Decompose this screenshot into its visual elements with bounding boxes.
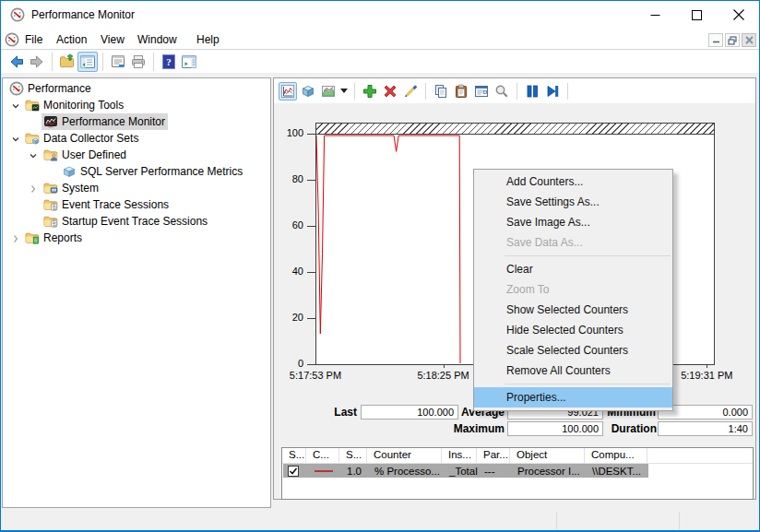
- x-axis-tick: [444, 365, 445, 368]
- view-log-data-button[interactable]: [299, 82, 317, 100]
- folder-reports-icon: [25, 231, 40, 245]
- tree-item-startup-event-trace-sessions[interactable]: 1001Startup Event Trace Sessions: [3, 213, 270, 230]
- context-menu-item-remove-all-counters[interactable]: Remove All Counters: [474, 361, 672, 381]
- legend-column-header[interactable]: C...: [306, 448, 339, 464]
- console-tree: PerformanceMonitoring ToolsPerformance M…: [2, 77, 271, 508]
- tree-item-body[interactable]: 1001Startup Event Trace Sessions: [42, 213, 210, 230]
- legend-column-header[interactable]: Object: [510, 448, 585, 464]
- print-button[interactable]: [128, 52, 148, 72]
- help-button[interactable]: ?: [159, 52, 179, 72]
- action-pane-icon: [181, 53, 197, 70]
- menu-window[interactable]: Window: [131, 30, 184, 49]
- chart-type-button[interactable]: [319, 82, 338, 100]
- tree-item-monitoring-tools[interactable]: Monitoring Tools: [3, 97, 270, 113]
- zoom-button[interactable]: [493, 82, 511, 100]
- tree-item-performance-monitor[interactable]: Performance Monitor: [3, 113, 270, 130]
- y-axis-tick: [307, 364, 315, 365]
- update-data-button[interactable]: [543, 82, 562, 100]
- toolbar-separator: [102, 53, 103, 71]
- duration-label: Duration: [546, 422, 657, 435]
- menu-view[interactable]: View: [94, 30, 131, 49]
- copy-icon: [433, 84, 448, 99]
- freeze-display-button[interactable]: [523, 82, 541, 100]
- tree-item-body[interactable]: Monitoring Tools: [23, 97, 126, 113]
- legend-column-header[interactable]: S...: [282, 448, 306, 464]
- tree-item-body[interactable]: Performance: [7, 80, 94, 97]
- chevron-expanded-icon[interactable]: [29, 150, 38, 160]
- copy-properties-button[interactable]: [432, 82, 450, 100]
- legend-counter-row[interactable]: 1.0% Processo..._Total---Processor I...\…: [283, 464, 648, 478]
- chevron-collapsed-icon[interactable]: [29, 183, 38, 193]
- delete-counter-button[interactable]: [381, 82, 399, 100]
- context-menu-item-clear[interactable]: Clear: [474, 259, 672, 279]
- duration-value: 1:40: [658, 421, 753, 436]
- tree-item-body[interactable]: User Defined: [42, 147, 129, 163]
- svg-text:?: ?: [166, 56, 172, 67]
- y-axis-tick: [307, 134, 315, 135]
- legend-header-row: S...C...S...CounterIns...Par...ObjectCom…: [282, 448, 753, 464]
- perfmon-app-icon: [10, 7, 25, 22]
- mdi-minimize-button[interactable]: [708, 33, 723, 47]
- mdi-close-button[interactable]: [742, 33, 756, 47]
- properties-button[interactable]: [472, 82, 491, 100]
- legend-column-header[interactable]: Counter: [367, 448, 442, 464]
- action-pane-button[interactable]: [179, 52, 199, 72]
- context-menu-item-save-image-as[interactable]: Save Image As...: [474, 212, 672, 232]
- add-counter-button[interactable]: [361, 82, 379, 100]
- tree-item-body[interactable]: 1001Event Trace Sessions: [42, 196, 172, 213]
- context-menu-item-add-counters[interactable]: Add Counters...: [474, 171, 672, 192]
- maximize-button[interactable]: [676, 1, 718, 29]
- chart-type-caret-button[interactable]: [338, 82, 350, 100]
- menu-help[interactable]: Help: [190, 30, 226, 49]
- tree-item-label: System: [62, 182, 99, 195]
- y-axis-label: 0: [279, 358, 303, 369]
- tree-item-event-trace-sessions[interactable]: 1001Event Trace Sessions: [3, 196, 270, 213]
- chevron-collapsed-icon[interactable]: [11, 233, 20, 242]
- tree-item-performance[interactable]: Performance: [3, 80, 270, 97]
- context-menu-item-scale-selected-counters[interactable]: Scale Selected Counters: [474, 340, 672, 361]
- context-menu-item-save-settings-as[interactable]: Save Settings As...: [474, 192, 672, 212]
- forward-button[interactable]: [27, 52, 47, 72]
- folder-trace-icon: 1001: [43, 214, 58, 229]
- minimize-icon: [650, 10, 660, 20]
- tree-item-label: User Defined: [62, 148, 126, 161]
- tree-item-body[interactable]: Data Collector Sets: [23, 130, 141, 147]
- legend-column-header[interactable]: S...: [339, 448, 367, 464]
- context-menu-item-hide-selected-counters[interactable]: Hide Selected Counters: [474, 320, 672, 340]
- up-level-button[interactable]: [57, 52, 77, 72]
- menu-action[interactable]: Action: [50, 30, 93, 49]
- legend-column-header[interactable]: Par...: [477, 448, 510, 464]
- perfmon-menu-icon: [5, 32, 18, 46]
- object-cell: Processor I...: [511, 464, 586, 478]
- chevron-expanded-icon[interactable]: [11, 100, 20, 110]
- minimize-button[interactable]: [635, 1, 676, 29]
- menu-file[interactable]: File: [18, 30, 49, 49]
- tree-item-system[interactable]: System: [3, 180, 270, 196]
- view-current-activity-button[interactable]: [279, 82, 297, 100]
- checkbox-checked-icon[interactable]: [288, 466, 299, 477]
- context-menu-item-show-selected-counters[interactable]: Show Selected Counters: [474, 300, 672, 320]
- tree-item-body[interactable]: SQL Server Performance Metrics: [60, 163, 245, 180]
- tree-item-body[interactable]: Reports: [23, 230, 85, 246]
- tree-item-label: Data Collector Sets: [43, 132, 138, 145]
- maximum-label: Maximum: [394, 422, 505, 435]
- tree-item-label: Monitoring Tools: [43, 99, 124, 112]
- tree-item-reports[interactable]: Reports: [3, 230, 270, 246]
- legend-column-header[interactable]: Ins...: [442, 448, 477, 464]
- export-list-button[interactable]: [108, 52, 128, 72]
- paste-counter-list-button[interactable]: [452, 82, 470, 100]
- tree-item-sql-server-performance-metrics[interactable]: SQL Server Performance Metrics: [3, 163, 270, 180]
- context-menu-item-properties[interactable]: Properties...: [474, 387, 672, 408]
- tree-item-body[interactable]: System: [42, 180, 101, 196]
- mdi-restore-button[interactable]: [725, 33, 740, 47]
- back-button[interactable]: [6, 52, 27, 72]
- close-button[interactable]: [718, 1, 759, 29]
- chevron-expanded-icon[interactable]: [11, 134, 20, 143]
- tree-item-data-collector-sets[interactable]: Data Collector Sets: [3, 130, 270, 147]
- tree-item-user-defined[interactable]: User Defined: [3, 147, 270, 163]
- console-tree-button[interactable]: [77, 52, 98, 72]
- tree-item-body[interactable]: Performance Monitor: [42, 113, 168, 130]
- highlight-button[interactable]: [401, 82, 420, 100]
- context-menu-item-zoom-to: Zoom To: [474, 279, 672, 300]
- legend-column-header[interactable]: Compu...: [585, 448, 647, 464]
